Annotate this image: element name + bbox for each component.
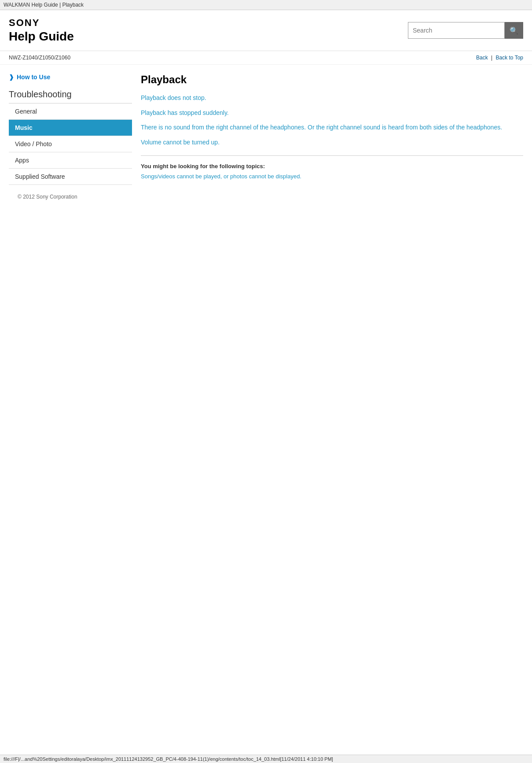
search-icon: 🔍 xyxy=(510,26,518,35)
sidebar-item-apps[interactable]: Apps xyxy=(9,152,132,169)
page-header: SONY Help Guide 🔍 xyxy=(0,10,532,51)
related-link[interactable]: Songs/videos cannot be played, or photos… xyxy=(141,173,523,180)
related-section: You might be looking for the following t… xyxy=(141,155,523,180)
how-to-use-arrow-icon: ❱ xyxy=(9,74,14,81)
copyright-text: © 2012 Sony Corporation xyxy=(18,194,77,200)
sidebar-item-supplied-software[interactable]: Supplied Software xyxy=(9,169,132,185)
back-link[interactable]: Back xyxy=(476,55,488,61)
nav-links: Back | Back to Top xyxy=(476,55,523,61)
how-to-use-link[interactable]: How to Use xyxy=(17,74,50,81)
search-button[interactable]: 🔍 xyxy=(505,22,523,39)
content-link-4[interactable]: Volume cannot be turned up. xyxy=(141,138,523,147)
sidebar-item-music[interactable]: Music xyxy=(9,120,132,136)
footer: © 2012 Sony Corporation xyxy=(9,185,132,209)
sony-logo: SONY xyxy=(9,17,74,29)
content-area: Playback Playback does not stop. Playbac… xyxy=(141,74,523,209)
logo-area: SONY Help Guide xyxy=(9,17,74,44)
model-number: NWZ-Z1040/Z1050/Z1060 xyxy=(9,55,70,61)
troubleshooting-header: Troubleshooting xyxy=(9,89,132,103)
browser-title: WALKMAN Help Guide | Playback xyxy=(0,0,532,10)
sidebar-item-video-photo[interactable]: Video / Photo xyxy=(9,136,132,152)
how-to-use-section: ❱ How to Use xyxy=(9,74,132,81)
troubleshooting-section: Troubleshooting General Music Video / Ph… xyxy=(9,89,132,185)
page-title: Playback xyxy=(141,74,523,86)
related-label: You might be looking for the following t… xyxy=(141,163,523,170)
search-area: 🔍 xyxy=(408,22,523,39)
sidebar-item-general[interactable]: General xyxy=(9,103,132,120)
search-input[interactable] xyxy=(408,22,505,39)
back-to-top-link[interactable]: Back to Top xyxy=(496,55,523,61)
content-link-3[interactable]: There is no sound from the right channel… xyxy=(141,123,523,132)
sidebar: ❱ How to Use Troubleshooting General Mus… xyxy=(9,74,132,209)
main-container: ❱ How to Use Troubleshooting General Mus… xyxy=(0,65,532,217)
help-guide-title: Help Guide xyxy=(9,29,74,44)
nav-separator: | xyxy=(491,55,492,61)
content-link-1[interactable]: Playback does not stop. xyxy=(141,94,523,103)
content-link-2[interactable]: Playback has stopped suddenly. xyxy=(141,109,523,118)
nav-bar: NWZ-Z1040/Z1050/Z1060 Back | Back to Top xyxy=(0,51,532,65)
